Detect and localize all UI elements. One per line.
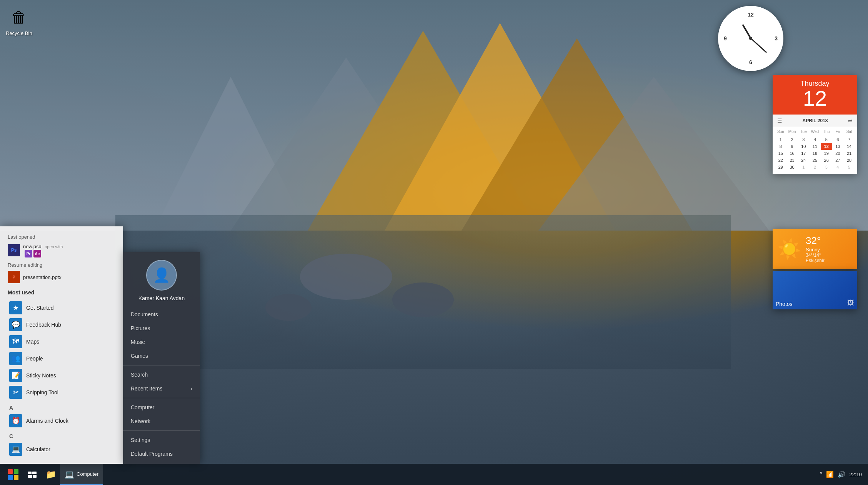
- cal-day-4[interactable]: 4: [809, 136, 821, 143]
- cal-day-9[interactable]: 9: [786, 143, 798, 150]
- tray-arrow-icon[interactable]: ^: [820, 471, 823, 478]
- user-menu-documents[interactable]: Documents: [123, 307, 200, 321]
- calendar-day-number: 12: [776, 88, 854, 109]
- cal-day-17[interactable]: 17: [798, 150, 809, 157]
- user-menu-music[interactable]: Music: [123, 335, 200, 349]
- clock-number-3: 3: [775, 35, 778, 42]
- clock-widget: 12 3 6 9: [718, 6, 783, 71]
- pptx-icon: P: [8, 271, 20, 283]
- menu-item-snipping-tool[interactable]: ✂ Snipping Tool: [8, 384, 115, 401]
- cal-day-10[interactable]: 10: [798, 143, 809, 150]
- menu-item-get-started[interactable]: ★ Get Started: [8, 299, 115, 316]
- resume-file-row[interactable]: P presentation.pptx: [8, 271, 115, 283]
- user-menu-search[interactable]: Search: [123, 368, 200, 382]
- menu-item-people[interactable]: 👥 People: [8, 350, 115, 367]
- weather-widget: ☀️ 32° Sunny 34°/14° Eskişehir: [773, 229, 857, 269]
- calendar-next-btn[interactable]: ⇌: [846, 117, 854, 125]
- user-menu-pictures[interactable]: Pictures: [123, 321, 200, 335]
- cal-day-30[interactable]: 30: [786, 164, 798, 171]
- people-icon: 👥: [9, 352, 22, 365]
- photos-widget[interactable]: Photos 🖼: [773, 271, 857, 309]
- cal-day-24[interactable]: 24: [798, 157, 809, 164]
- cal-day-14[interactable]: 14: [843, 143, 855, 150]
- cal-day-22[interactable]: 22: [775, 157, 786, 164]
- cal-day-25[interactable]: 25: [809, 157, 821, 164]
- start-button[interactable]: [3, 465, 23, 485]
- user-menu-computer[interactable]: Computer: [123, 400, 200, 414]
- calendar-days: 1 2 3 4 5 6 7 8 9 10 11 12 13 14 15 16 1…: [775, 136, 855, 171]
- cal-day-next-3[interactable]: 3: [821, 164, 832, 171]
- cal-day-27[interactable]: 27: [832, 157, 844, 164]
- get-started-icon: ★: [9, 301, 22, 314]
- cal-day-2[interactable]: 2: [786, 136, 798, 143]
- taskbar-app-computer[interactable]: 💻 Computer: [60, 464, 103, 485]
- tray-speaker-icon[interactable]: 🔊: [838, 471, 845, 478]
- recycle-bin-label: Recycle Bin: [6, 30, 32, 36]
- cal-day-6[interactable]: 6: [832, 136, 844, 143]
- user-menu-recent-items[interactable]: Recent Items ›: [123, 382, 200, 395]
- task-view-icon: [28, 472, 37, 478]
- cal-day-29[interactable]: 29: [775, 164, 786, 171]
- cal-day-23[interactable]: 23: [786, 157, 798, 164]
- recycle-bin-icon[interactable]: 🗑 Recycle Bin: [6, 6, 32, 36]
- menu-item-c-placeholder[interactable]: 💻 Calculator: [8, 441, 115, 458]
- cal-day-7[interactable]: 7: [843, 136, 855, 143]
- recycle-bin-graphic: 🗑: [7, 6, 30, 29]
- photos-label: Photos: [776, 301, 847, 307]
- clock-number-9: 9: [724, 35, 727, 42]
- cal-day-8[interactable]: 8: [775, 143, 786, 150]
- weather-info: 32° Sunny 34°/14° Eskişehir: [806, 235, 825, 263]
- weather-range: 34°/14°: [806, 252, 825, 258]
- default-programs-label: Default Programs: [131, 451, 173, 457]
- maps-icon: 🗺: [9, 335, 22, 348]
- computer-taskbar-icon: 💻: [65, 470, 74, 479]
- cal-day-15[interactable]: 15: [775, 150, 786, 157]
- cal-day-28[interactable]: 28: [843, 157, 855, 164]
- file-explorer-button[interactable]: 📁: [42, 465, 60, 485]
- clock-number-12: 12: [748, 12, 754, 18]
- open-with-icons: Pr Ae: [25, 250, 63, 257]
- tray-wifi-icon[interactable]: 📶: [826, 471, 834, 478]
- cal-day-11[interactable]: 11: [809, 143, 821, 150]
- cal-day-20[interactable]: 20: [832, 150, 844, 157]
- cal-day-1[interactable]: 1: [775, 136, 786, 143]
- menu-item-maps[interactable]: 🗺 Maps: [8, 333, 115, 350]
- cal-day-26[interactable]: 26: [821, 157, 832, 164]
- last-opened-file-row[interactable]: Ps new.psd open with Pr Ae: [8, 243, 115, 257]
- cal-day-21[interactable]: 21: [843, 150, 855, 157]
- clock-center: [749, 37, 752, 40]
- last-opened-label: Last opened: [8, 234, 115, 240]
- user-menu-games[interactable]: Games: [123, 349, 200, 363]
- taskbar-running-apps: 💻 Computer: [60, 464, 816, 485]
- menu-item-feedback-hub[interactable]: 💬 Feedback Hub: [8, 316, 115, 333]
- taskbar-clock[interactable]: 22:10: [849, 472, 862, 477]
- user-menu-network[interactable]: Network: [123, 414, 200, 428]
- cal-day-18[interactable]: 18: [809, 150, 821, 157]
- cal-day-13[interactable]: 13: [832, 143, 844, 150]
- cal-day-19[interactable]: 19: [821, 150, 832, 157]
- resume-filename: presentation.pptx: [23, 274, 62, 280]
- taskbar-tray: ^ 📶 🔊 22:10: [816, 471, 865, 478]
- weather-city: Eskişehir: [806, 258, 825, 263]
- cal-day-next-1[interactable]: 1: [798, 164, 809, 171]
- user-menu: Documents Pictures Music Games Search Re…: [123, 307, 200, 461]
- user-avatar[interactable]: 👤: [146, 260, 177, 291]
- taskbar-time: 22:10: [849, 472, 862, 477]
- cal-day-next-2[interactable]: 2: [809, 164, 821, 171]
- user-menu-settings[interactable]: Settings: [123, 433, 200, 447]
- user-menu-divider-3: [123, 430, 200, 431]
- task-view-button[interactable]: [23, 465, 42, 485]
- calendar-prev-btn[interactable]: ☰: [776, 117, 784, 125]
- cal-day-16[interactable]: 16: [786, 150, 798, 157]
- user-menu-default-programs[interactable]: Default Programs: [123, 447, 200, 461]
- cal-day-next-5[interactable]: 5: [843, 164, 855, 171]
- feedback-hub-icon: 💬: [9, 318, 22, 331]
- photos-icon: 🖼: [847, 299, 854, 307]
- cal-day-5[interactable]: 5: [821, 136, 832, 143]
- open-with-label: open with: [45, 244, 63, 249]
- menu-item-alarms[interactable]: ⏰ Alarms and Clock: [8, 412, 115, 429]
- menu-item-sticky-notes[interactable]: 📝 Sticky Notes: [8, 367, 115, 384]
- cal-day-next-4[interactable]: 4: [832, 164, 844, 171]
- cal-day-12[interactable]: 12: [821, 143, 832, 150]
- cal-day-3[interactable]: 3: [798, 136, 809, 143]
